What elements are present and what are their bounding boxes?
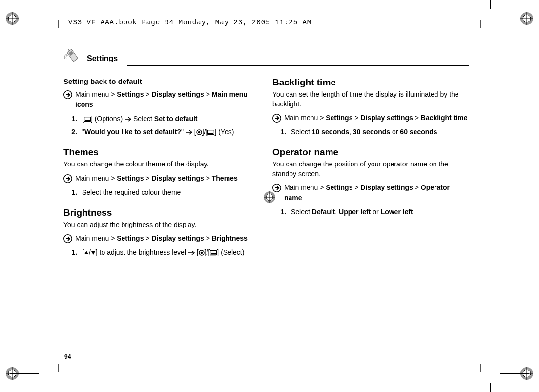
page-title: Settings [87, 54, 118, 63]
arrow-right-icon [186, 127, 192, 132]
step: 1. [/] to adjust the brightness level []… [68, 248, 259, 258]
heading-operator: Operator name [272, 147, 468, 158]
nav-path: Main menu > Settings > Display settings … [63, 89, 259, 110]
nav-path: Main menu > Settings > Display settings … [272, 183, 468, 203]
center-key-icon [199, 248, 205, 254]
nav-prefix: Main menu > [75, 90, 117, 98]
description: You can change the position of your oper… [272, 160, 468, 179]
print-header: VS3_VF_AAA.book Page 94 Monday, May 23, … [68, 19, 311, 26]
left-column: Setting back to default Main menu > Sett… [63, 77, 259, 261]
header-rule [63, 65, 469, 66]
nav-arrow-icon [63, 234, 72, 243]
nav-item: Display settings [151, 90, 204, 98]
svg-rect-38 [211, 253, 216, 255]
description: You can set the length of time the displ… [272, 90, 468, 109]
up-key-icon [84, 248, 89, 253]
down-key-icon [91, 248, 96, 253]
softkey-icon [84, 115, 91, 120]
arrow-right-icon [188, 248, 195, 253]
softkey-icon [210, 248, 217, 254]
crop-mark-icon [480, 9, 500, 28]
right-column: Backlight time You can set the length of… [272, 77, 468, 261]
arrow-right-icon [124, 114, 131, 119]
crop-mark-icon [39, 9, 59, 28]
page-content: Settings Setting back to default Main me… [63, 49, 469, 261]
description: You can adjust the brightness of the dis… [63, 220, 259, 230]
page-number: 94 [64, 353, 71, 360]
description: You can change the colour theme of the d… [63, 160, 259, 169]
step: 1. [] (Options) Select Set to default [68, 114, 259, 124]
nav-path: Main menu > Settings > Display settings … [272, 113, 468, 123]
softkey-icon [207, 128, 214, 133]
nav-item: Settings [117, 90, 144, 98]
svg-rect-25 [85, 120, 90, 121]
svg-rect-20 [67, 49, 78, 62]
nav-arrow-icon [63, 174, 72, 183]
svg-line-22 [68, 49, 69, 51]
step: 1. Select the required colour theme [68, 187, 259, 198]
svg-point-36 [200, 252, 203, 254]
nav-path: Main menu > Settings > Display settings … [63, 233, 259, 244]
step-number: 2. [68, 127, 77, 137]
center-key-icon [196, 128, 202, 134]
page-header: Settings [63, 49, 469, 63]
nav-path: Main menu > Settings > Display settings … [63, 173, 259, 184]
step: 2. "Would you like to set default?" []/[… [68, 127, 259, 137]
heading-themes: Themes [63, 147, 259, 158]
heading-backlight: Backlight time [272, 77, 468, 88]
step: 1. Select Default, Upper left or Lower l… [277, 207, 468, 217]
nav-arrow-icon [272, 184, 281, 192]
heading-brightness: Brightness [63, 207, 259, 218]
heading-setting-back: Setting back to default [63, 77, 259, 85]
nav-arrow-icon [272, 114, 281, 123]
phone-icon [63, 49, 82, 63]
svg-rect-31 [208, 133, 213, 134]
step: 1. Select 10 seconds, 30 seconds or 60 s… [277, 127, 468, 137]
nav-arrow-icon [63, 90, 72, 99]
svg-point-29 [198, 131, 200, 134]
crop-mark-icon [39, 364, 59, 383]
crop-mark-icon [480, 364, 500, 383]
step-number: 1. [68, 114, 77, 124]
